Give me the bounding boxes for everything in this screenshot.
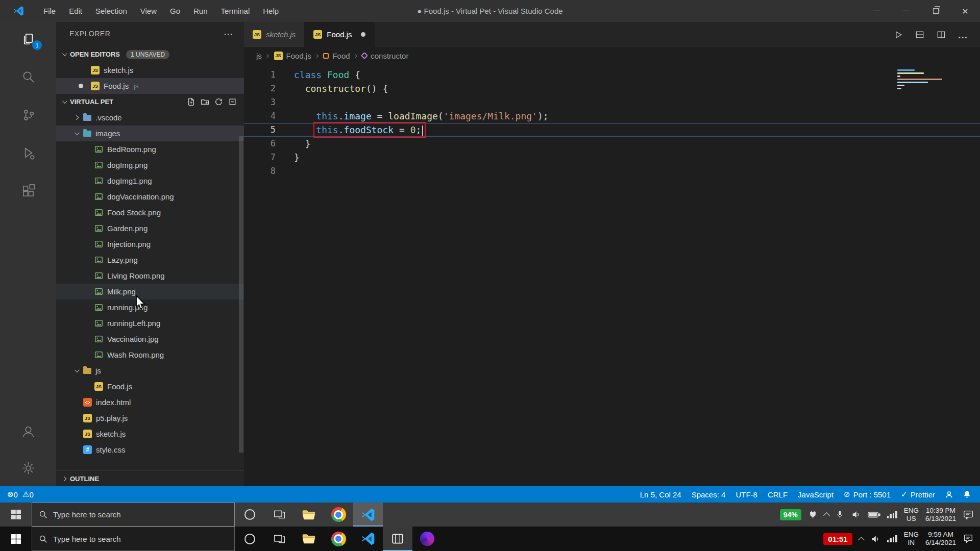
- new-file-icon[interactable]: [187, 97, 195, 106]
- code-text[interactable]: }: [294, 151, 300, 164]
- menu-selection[interactable]: Selection: [89, 0, 134, 22]
- code-line-1[interactable]: 1class Food {: [244, 68, 980, 82]
- minimize-secondary-button[interactable]: [891, 0, 921, 22]
- account-icon[interactable]: [0, 419, 56, 443]
- code-text[interactable]: constructor() {: [294, 82, 388, 95]
- explorer-icon[interactable]: 1: [0, 27, 56, 52]
- code-text[interactable]: this.image = loadImage('images/Milk.png'…: [294, 109, 549, 123]
- status-language-mode[interactable]: JavaScript: [793, 486, 839, 503]
- open-editor-sketch-js[interactable]: JSsketch.js: [56, 62, 244, 78]
- usb-plug-icon[interactable]: [808, 510, 818, 519]
- tab-food-js[interactable]: JSFood.js: [305, 22, 374, 47]
- breadcrumb-constructor[interactable]: constructor: [362, 52, 408, 60]
- tree-item-p5-play-js[interactable]: JSp5.play.js: [56, 410, 244, 426]
- code-text[interactable]: this.foodStock = 0;: [294, 123, 423, 137]
- extensions-icon[interactable]: [0, 178, 56, 203]
- battery-icon[interactable]: [868, 511, 880, 518]
- chat-icon[interactable]: [963, 509, 974, 520]
- line-number[interactable]: 1: [244, 68, 276, 82]
- recording-timer-badge[interactable]: 01:51: [823, 533, 852, 545]
- code-text[interactable]: class Food {: [294, 68, 360, 82]
- search-icon[interactable]: [0, 65, 56, 89]
- line-number[interactable]: 7: [244, 151, 276, 164]
- code-line-3[interactable]: 3: [244, 95, 980, 109]
- recorder-app-icon[interactable]: [383, 527, 412, 551]
- new-folder-icon[interactable]: [201, 97, 209, 106]
- code-line-2[interactable]: 2 constructor() {: [244, 82, 980, 95]
- restore-button[interactable]: [921, 0, 950, 22]
- sidebar-scrollbar[interactable]: [239, 136, 243, 453]
- source-control-icon[interactable]: [0, 103, 56, 127]
- tree-item-food-stock-png[interactable]: Food Stock.png: [56, 205, 244, 220]
- tree-item-index-html[interactable]: <>index.html: [56, 394, 244, 410]
- more-actions-icon[interactable]: …: [958, 32, 968, 37]
- task-view-icon[interactable]: [264, 527, 294, 551]
- run-code-icon[interactable]: [893, 30, 903, 40]
- tree-item-vaccination-jpg[interactable]: Vaccination.jpg: [56, 331, 244, 347]
- tree-item-dogimg1-png[interactable]: dogImg1.png: [56, 173, 244, 189]
- network-signal-icon[interactable]: [887, 535, 897, 542]
- tree-item-wash-room-png[interactable]: Wash Room.png: [56, 347, 244, 363]
- run-debug-icon[interactable]: [0, 140, 56, 165]
- code-line-6[interactable]: 6 }: [244, 137, 980, 151]
- code-text[interactable]: }: [294, 137, 311, 151]
- menu-run[interactable]: Run: [187, 0, 214, 22]
- refresh-icon[interactable]: [214, 97, 223, 106]
- line-number[interactable]: 6: [244, 137, 276, 151]
- project-section-header[interactable]: VIRTUAL PET: [56, 94, 244, 110]
- minimize-button[interactable]: [862, 0, 891, 22]
- show-hidden-icons-chevron[interactable]: [858, 537, 865, 543]
- problems-status[interactable]: ⊗ 0 ⚠ 0: [0, 486, 34, 503]
- file-explorer-icon[interactable]: [294, 527, 324, 551]
- chrome-icon[interactable]: [324, 527, 353, 551]
- language-indicator[interactable]: ENG IN: [904, 531, 919, 547]
- language-indicator[interactable]: ENG US: [904, 507, 919, 523]
- tree-item-sketch-js[interactable]: JSsketch.js: [56, 426, 244, 442]
- speaker-icon[interactable]: [851, 510, 861, 519]
- open-editor-food-js[interactable]: JSFood.jsjs: [56, 78, 244, 94]
- tree-item-running-png[interactable]: running.png: [56, 299, 244, 315]
- menu-view[interactable]: View: [134, 0, 163, 22]
- notifications-bell-icon[interactable]: [958, 486, 976, 503]
- status-indentation[interactable]: Spaces: 4: [687, 486, 731, 503]
- close-button[interactable]: ×: [950, 0, 980, 22]
- unsaved-dot-icon[interactable]: [361, 32, 365, 37]
- tree-item-bedroom-png[interactable]: BedRoom.png: [56, 141, 244, 157]
- tree-item-style-css[interactable]: #style.css: [56, 442, 244, 458]
- more-actions-icon[interactable]: ⋯: [224, 28, 234, 40]
- show-hidden-icons-chevron[interactable]: [823, 512, 830, 519]
- status-encoding[interactable]: UTF-8: [730, 486, 763, 503]
- settings-gear-icon[interactable]: [0, 456, 56, 480]
- tree-item-garden-png[interactable]: Garden.png: [56, 220, 244, 236]
- menu-edit[interactable]: Edit: [62, 0, 89, 22]
- tree-item-food-js[interactable]: JSFood.js: [56, 379, 244, 394]
- file-explorer-icon[interactable]: [294, 503, 324, 527]
- tree-item-vscode[interactable]: .vscode: [56, 110, 244, 126]
- split-editor-icon[interactable]: [936, 30, 946, 40]
- cortana-icon[interactable]: [235, 527, 264, 551]
- menu-file[interactable]: File: [37, 0, 62, 22]
- code-line-5[interactable]: 5 this.foodStock = 0;: [244, 123, 980, 137]
- battery-percent-badge[interactable]: 94%: [780, 509, 801, 520]
- network-signal-icon[interactable]: [887, 511, 897, 518]
- code-line-8[interactable]: 8: [244, 164, 980, 178]
- taskbar-search-input[interactable]: Type here to search: [32, 527, 235, 551]
- start-button[interactable]: [0, 503, 32, 527]
- tree-item-lazy-png[interactable]: Lazy.png: [56, 252, 244, 268]
- tree-item-dogvaccination-png[interactable]: dogVaccination.png: [56, 189, 244, 205]
- menu-terminal[interactable]: Terminal: [214, 0, 257, 22]
- menu-go[interactable]: Go: [163, 0, 187, 22]
- line-number[interactable]: 8: [244, 164, 276, 178]
- action-center-icon[interactable]: [963, 533, 974, 544]
- code-line-7[interactable]: 7}: [244, 151, 980, 164]
- line-number[interactable]: 4: [244, 109, 276, 123]
- line-number[interactable]: 3: [244, 95, 276, 109]
- tree-item-living-room-png[interactable]: Living Room.png: [56, 268, 244, 284]
- clock[interactable]: 10:39 PM 6/13/2021: [925, 507, 956, 523]
- code-editor[interactable]: 1class Food {2 constructor() {34 this.im…: [244, 64, 980, 178]
- tree-item-injection-png[interactable]: Injection.png: [56, 236, 244, 252]
- media-player-icon[interactable]: [412, 527, 442, 551]
- tree-item-images[interactable]: images: [56, 126, 244, 141]
- cortana-icon[interactable]: [235, 503, 264, 527]
- speaker-icon[interactable]: [870, 534, 880, 544]
